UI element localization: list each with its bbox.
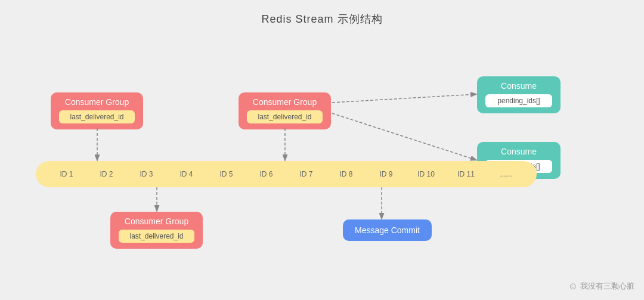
stream-id-9: ID 10 [406,170,446,178]
c1-field: pending_ids[] [485,94,552,107]
watermark-text: 我没有三颗心脏 [580,281,634,292]
c2-title: Consume [485,147,552,156]
stream-id-1: ID 2 [86,170,126,178]
consumer-group-1: Consumer Group last_delivered_id [51,92,143,129]
consumer-group-3: Consumer Group last_delivered_id [110,212,203,249]
stream-id-0: ID 1 [47,170,86,178]
stream-id-10: ID 11 [446,170,486,178]
c1-title: Consume [485,81,552,91]
stream-id-8: ID 9 [366,170,406,178]
watermark: ☺ 我没有三颗心脏 [568,281,634,292]
stream-bar: ID 1 ID 2 ID 3 ID 4 ID 5 ID 6 ID 7 ID 8 … [36,161,537,187]
stream-id-4: ID 5 [206,170,246,178]
consumer-group-2: Consumer Group last_delivered_id [239,92,331,129]
stream-id-5: ID 6 [246,170,286,178]
cg2-field: last_delivered_id [247,110,323,123]
cg2-to-consume2-arrow [332,113,476,160]
cg3-field: last_delivered_id [119,230,194,243]
watermark-icon: ☺ [568,281,578,292]
cg1-title: Consumer Group [59,97,135,107]
stream-id-11: ...... [486,170,526,178]
stream-id-2: ID 3 [126,170,166,178]
message-commit-box: Message Commit [343,219,432,241]
stream-id-3: ID 4 [166,170,206,178]
cg1-field: last_delivered_id [59,110,135,123]
cg2-title: Consumer Group [247,97,323,107]
message-commit-label: Message Commit [355,225,420,235]
stream-id-6: ID 7 [286,170,326,178]
main-container: Redis Stream 示例结构 Consumer Group last_de… [0,0,644,300]
consume-box-1: Consume pending_ids[] [477,76,561,113]
cg3-title: Consumer Group [119,217,194,226]
cg2-to-consume1-arrow [332,94,476,103]
stream-id-7: ID 8 [326,170,366,178]
page-title: Redis Stream 示例结构 [0,0,644,26]
